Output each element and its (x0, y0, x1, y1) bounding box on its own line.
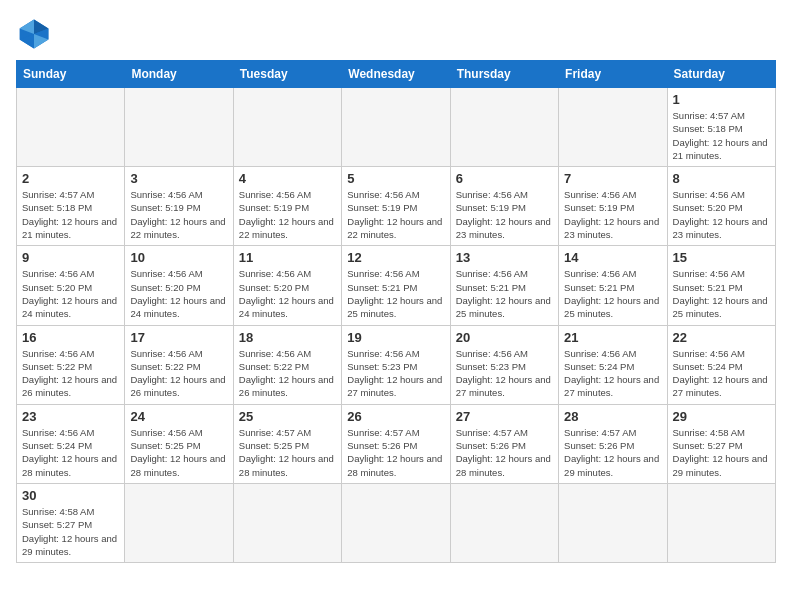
calendar-cell (233, 88, 341, 167)
day-number: 30 (22, 488, 119, 503)
calendar-cell: 12Sunrise: 4:56 AM Sunset: 5:21 PM Dayli… (342, 246, 450, 325)
day-number: 20 (456, 330, 553, 345)
day-number: 6 (456, 171, 553, 186)
day-number: 25 (239, 409, 336, 424)
calendar-cell: 15Sunrise: 4:56 AM Sunset: 5:21 PM Dayli… (667, 246, 775, 325)
day-number: 11 (239, 250, 336, 265)
day-info: Sunrise: 4:56 AM Sunset: 5:21 PM Dayligh… (673, 267, 770, 320)
calendar-cell: 5Sunrise: 4:56 AM Sunset: 5:19 PM Daylig… (342, 167, 450, 246)
calendar-cell: 4Sunrise: 4:56 AM Sunset: 5:19 PM Daylig… (233, 167, 341, 246)
day-number: 1 (673, 92, 770, 107)
day-header-saturday: Saturday (667, 61, 775, 88)
calendar-cell: 13Sunrise: 4:56 AM Sunset: 5:21 PM Dayli… (450, 246, 558, 325)
day-number: 19 (347, 330, 444, 345)
calendar-cell (342, 483, 450, 562)
day-number: 12 (347, 250, 444, 265)
logo-icon (16, 16, 52, 52)
day-info: Sunrise: 4:56 AM Sunset: 5:19 PM Dayligh… (347, 188, 444, 241)
day-info: Sunrise: 4:56 AM Sunset: 5:19 PM Dayligh… (564, 188, 661, 241)
day-info: Sunrise: 4:56 AM Sunset: 5:25 PM Dayligh… (130, 426, 227, 479)
day-header-sunday: Sunday (17, 61, 125, 88)
logo (16, 16, 56, 52)
day-number: 9 (22, 250, 119, 265)
calendar-week-row: 30Sunrise: 4:58 AM Sunset: 5:27 PM Dayli… (17, 483, 776, 562)
day-number: 4 (239, 171, 336, 186)
day-number: 29 (673, 409, 770, 424)
day-info: Sunrise: 4:57 AM Sunset: 5:26 PM Dayligh… (456, 426, 553, 479)
calendar-cell: 16Sunrise: 4:56 AM Sunset: 5:22 PM Dayli… (17, 325, 125, 404)
day-info: Sunrise: 4:57 AM Sunset: 5:18 PM Dayligh… (22, 188, 119, 241)
day-info: Sunrise: 4:56 AM Sunset: 5:21 PM Dayligh… (347, 267, 444, 320)
day-header-monday: Monday (125, 61, 233, 88)
day-number: 14 (564, 250, 661, 265)
calendar-cell: 1Sunrise: 4:57 AM Sunset: 5:18 PM Daylig… (667, 88, 775, 167)
calendar-cell: 6Sunrise: 4:56 AM Sunset: 5:19 PM Daylig… (450, 167, 558, 246)
calendar-cell: 14Sunrise: 4:56 AM Sunset: 5:21 PM Dayli… (559, 246, 667, 325)
calendar-cell: 9Sunrise: 4:56 AM Sunset: 5:20 PM Daylig… (17, 246, 125, 325)
day-number: 17 (130, 330, 227, 345)
calendar-cell: 22Sunrise: 4:56 AM Sunset: 5:24 PM Dayli… (667, 325, 775, 404)
calendar-cell: 26Sunrise: 4:57 AM Sunset: 5:26 PM Dayli… (342, 404, 450, 483)
day-number: 13 (456, 250, 553, 265)
calendar-cell (342, 88, 450, 167)
day-info: Sunrise: 4:57 AM Sunset: 5:25 PM Dayligh… (239, 426, 336, 479)
day-info: Sunrise: 4:56 AM Sunset: 5:20 PM Dayligh… (673, 188, 770, 241)
calendar-cell (233, 483, 341, 562)
day-info: Sunrise: 4:57 AM Sunset: 5:26 PM Dayligh… (347, 426, 444, 479)
calendar-cell: 10Sunrise: 4:56 AM Sunset: 5:20 PM Dayli… (125, 246, 233, 325)
calendar-cell: 23Sunrise: 4:56 AM Sunset: 5:24 PM Dayli… (17, 404, 125, 483)
calendar-cell: 24Sunrise: 4:56 AM Sunset: 5:25 PM Dayli… (125, 404, 233, 483)
day-header-friday: Friday (559, 61, 667, 88)
day-header-tuesday: Tuesday (233, 61, 341, 88)
calendar-cell (559, 88, 667, 167)
calendar-cell (559, 483, 667, 562)
day-number: 7 (564, 171, 661, 186)
day-info: Sunrise: 4:58 AM Sunset: 5:27 PM Dayligh… (22, 505, 119, 558)
day-info: Sunrise: 4:56 AM Sunset: 5:23 PM Dayligh… (456, 347, 553, 400)
day-info: Sunrise: 4:56 AM Sunset: 5:24 PM Dayligh… (22, 426, 119, 479)
day-info: Sunrise: 4:56 AM Sunset: 5:23 PM Dayligh… (347, 347, 444, 400)
calendar-cell (125, 483, 233, 562)
calendar-cell: 27Sunrise: 4:57 AM Sunset: 5:26 PM Dayli… (450, 404, 558, 483)
day-number: 23 (22, 409, 119, 424)
calendar-cell (667, 483, 775, 562)
calendar-cell: 28Sunrise: 4:57 AM Sunset: 5:26 PM Dayli… (559, 404, 667, 483)
calendar-week-row: 2Sunrise: 4:57 AM Sunset: 5:18 PM Daylig… (17, 167, 776, 246)
day-number: 16 (22, 330, 119, 345)
day-info: Sunrise: 4:56 AM Sunset: 5:20 PM Dayligh… (130, 267, 227, 320)
calendar-cell: 17Sunrise: 4:56 AM Sunset: 5:22 PM Dayli… (125, 325, 233, 404)
day-number: 3 (130, 171, 227, 186)
calendar-cell: 20Sunrise: 4:56 AM Sunset: 5:23 PM Dayli… (450, 325, 558, 404)
calendar-cell: 3Sunrise: 4:56 AM Sunset: 5:19 PM Daylig… (125, 167, 233, 246)
day-number: 18 (239, 330, 336, 345)
day-number: 24 (130, 409, 227, 424)
day-number: 15 (673, 250, 770, 265)
calendar-table: SundayMondayTuesdayWednesdayThursdayFrid… (16, 60, 776, 563)
day-info: Sunrise: 4:56 AM Sunset: 5:19 PM Dayligh… (456, 188, 553, 241)
day-number: 26 (347, 409, 444, 424)
calendar-cell: 18Sunrise: 4:56 AM Sunset: 5:22 PM Dayli… (233, 325, 341, 404)
day-info: Sunrise: 4:56 AM Sunset: 5:20 PM Dayligh… (22, 267, 119, 320)
calendar-cell: 8Sunrise: 4:56 AM Sunset: 5:20 PM Daylig… (667, 167, 775, 246)
calendar-cell: 29Sunrise: 4:58 AM Sunset: 5:27 PM Dayli… (667, 404, 775, 483)
day-info: Sunrise: 4:56 AM Sunset: 5:22 PM Dayligh… (130, 347, 227, 400)
calendar-cell: 30Sunrise: 4:58 AM Sunset: 5:27 PM Dayli… (17, 483, 125, 562)
calendar-cell: 25Sunrise: 4:57 AM Sunset: 5:25 PM Dayli… (233, 404, 341, 483)
day-info: Sunrise: 4:56 AM Sunset: 5:22 PM Dayligh… (239, 347, 336, 400)
day-info: Sunrise: 4:56 AM Sunset: 5:21 PM Dayligh… (456, 267, 553, 320)
calendar-week-row: 9Sunrise: 4:56 AM Sunset: 5:20 PM Daylig… (17, 246, 776, 325)
day-info: Sunrise: 4:56 AM Sunset: 5:20 PM Dayligh… (239, 267, 336, 320)
calendar-cell: 2Sunrise: 4:57 AM Sunset: 5:18 PM Daylig… (17, 167, 125, 246)
day-number: 22 (673, 330, 770, 345)
day-info: Sunrise: 4:57 AM Sunset: 5:18 PM Dayligh… (673, 109, 770, 162)
calendar-cell: 7Sunrise: 4:56 AM Sunset: 5:19 PM Daylig… (559, 167, 667, 246)
calendar-cell (17, 88, 125, 167)
day-number: 21 (564, 330, 661, 345)
day-header-thursday: Thursday (450, 61, 558, 88)
day-info: Sunrise: 4:56 AM Sunset: 5:19 PM Dayligh… (239, 188, 336, 241)
day-number: 8 (673, 171, 770, 186)
calendar-week-row: 23Sunrise: 4:56 AM Sunset: 5:24 PM Dayli… (17, 404, 776, 483)
calendar-cell (125, 88, 233, 167)
day-info: Sunrise: 4:57 AM Sunset: 5:26 PM Dayligh… (564, 426, 661, 479)
calendar-week-row: 16Sunrise: 4:56 AM Sunset: 5:22 PM Dayli… (17, 325, 776, 404)
